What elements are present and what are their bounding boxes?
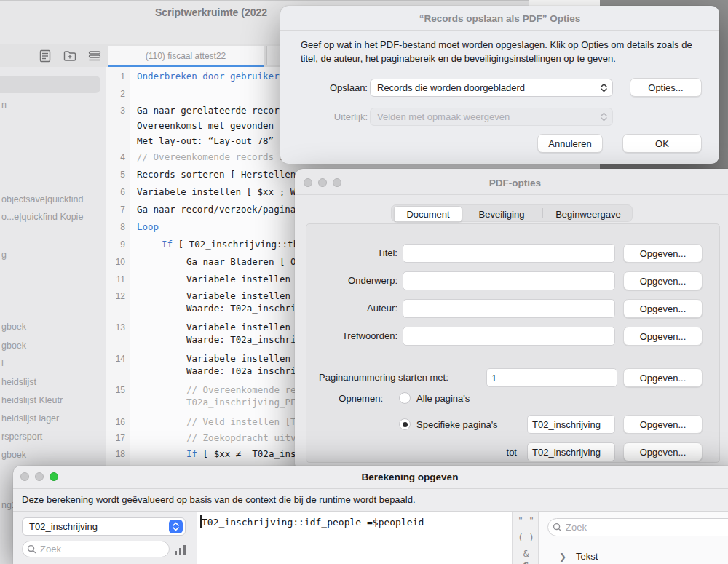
script-step[interactable]: // Veld instellen [T0: [186, 416, 301, 428]
script-step-text: Ga naar Bladeren [ On: [186, 256, 301, 267]
sidebar-item[interactable]: heidslijst Kleutr: [1, 395, 63, 405]
tab-beveiliging[interactable]: Beveiliging: [465, 206, 538, 222]
pdf-field-specify-button[interactable]: Opgeven...: [623, 299, 703, 318]
radio-specific-pages[interactable]: [399, 418, 411, 430]
tot-specify-button[interactable]: Opgeven...: [623, 442, 703, 461]
script-tab[interactable]: (110) fiscaal attest22: [108, 46, 264, 65]
sort-bars-icon[interactable]: [174, 545, 186, 556]
line-number: 16: [106, 416, 125, 428]
pdf-field-specify-button[interactable]: Opgeven...: [623, 271, 703, 290]
ok-button[interactable]: OK: [622, 134, 702, 153]
popup-stepper-icon: [600, 82, 608, 93]
script-step[interactable]: Onderbreken door gebruiker: [137, 71, 280, 82]
script-step[interactable]: Overeenkomst met gevonden: [137, 120, 274, 132]
include-label: Opnemen:: [309, 393, 383, 404]
pdf-field-label: Auteur:: [309, 303, 397, 314]
function-group-tekst[interactable]: Tekst: [576, 551, 598, 562]
field-search-input[interactable]: Zoek: [22, 541, 170, 557]
script-step[interactable]: Ga naar record/verzoek/pagina: [137, 204, 296, 215]
tab-beginweergave[interactable]: Beginweergave: [545, 206, 631, 222]
script-step[interactable]: Variabele instellen [: [186, 353, 301, 365]
operator-button[interactable]: &: [513, 548, 539, 559]
sidebar-item[interactable]: rspersport: [1, 432, 42, 442]
script-step-text: Met lay-out: “Lay-out 78”: [137, 135, 274, 146]
script-step[interactable]: T02a_inschrijving_PEC: [186, 397, 301, 408]
sidebar-item[interactable]: objectsave|quickfind: [1, 194, 83, 204]
specific-pages-specify-button[interactable]: Opgeven...: [623, 415, 703, 434]
specific-pages-field[interactable]: T02_inschrijving: [527, 415, 615, 434]
tot-label: tot: [462, 447, 517, 458]
chevron-right-icon[interactable]: ❯: [559, 552, 566, 562]
script-step[interactable]: Variabele instellen [ $xx ; Wa: [137, 186, 301, 198]
operator-button[interactable]: ( ): [513, 532, 539, 543]
script-step[interactable]: If [ T02_inschrijving::tb: [162, 239, 298, 250]
cancel-button[interactable]: Annuleren: [537, 134, 603, 153]
script-step[interactable]: // Overeenkomende records z: [137, 151, 285, 163]
script-step[interactable]: Waarde: T02a_inschrij: [186, 365, 301, 377]
script-step-text: // Zoekopdracht uitvo: [186, 432, 301, 443]
pdf-field-input[interactable]: [403, 327, 615, 346]
script-step[interactable]: Records sorteren [ Herstellen: [137, 169, 296, 180]
tot-field[interactable]: T02_inschrijving: [527, 442, 615, 461]
script-step-text: Onderbreken door gebruiker: [137, 71, 280, 82]
script-step[interactable]: // Overeenkomende rec: [186, 384, 301, 396]
operator-button[interactable]: " ": [513, 515, 539, 525]
page-numbering-label: Paginanummering starten met:: [319, 372, 475, 383]
script-step[interactable]: // Zoekopdracht uitvo: [186, 432, 301, 444]
radio-all-pages[interactable]: [399, 392, 411, 404]
sidebar-item[interactable]: n: [1, 100, 7, 110]
script-step[interactable]: Variabele instellen [: [186, 322, 301, 333]
script-step-text: Waarde: T02a_inschrij: [186, 334, 301, 345]
save-label: Opslaan:: [295, 82, 368, 93]
sidebar-item[interactable]: heidslijst: [1, 377, 36, 387]
script-step-text: Records sorteren [ Herstellen: [137, 169, 296, 180]
script-step-text: Overeenkomst met gevonden: [137, 120, 274, 131]
line-number: 17: [106, 432, 125, 444]
sidebar-item[interactable]: gboek: [1, 341, 26, 351]
new-script-icon[interactable]: [38, 49, 52, 63]
script-step[interactable]: Met lay-out: “Lay-out 78”: [137, 135, 274, 147]
script-step[interactable]: Ga naar Bladeren [ On: [186, 256, 301, 268]
sidebar-item[interactable]: gboek: [1, 450, 26, 460]
script-step[interactable]: Waarde: T02a_inschrij: [186, 334, 301, 346]
new-folder-icon[interactable]: [63, 49, 77, 63]
line-number: 11: [106, 274, 125, 285]
tab-document[interactable]: Document: [394, 206, 462, 222]
dialog-description: Geef op wat in het PDF-bestand moet word…: [301, 38, 705, 65]
script-tab-label: (110) fiscaal attest22: [146, 51, 226, 61]
sidebar-item[interactable]: o...e|quickfind Kopie: [1, 212, 83, 222]
script-step-text: Waarde: T02a_inschrij: [186, 303, 301, 314]
save-popup[interactable]: Records die worden doorgebladerd: [370, 79, 613, 97]
script-step[interactable]: Waarde: T02a_inschrij: [186, 303, 301, 314]
sidebar-selected-item[interactable]: [0, 76, 100, 93]
pdf-field-input[interactable]: [403, 244, 615, 263]
sidebar-item[interactable]: g: [1, 250, 7, 260]
script-step[interactable]: Variabele instellen [: [186, 274, 301, 285]
pdf-options-dialog: PDF-opties Document Beveiliging Beginwee…: [295, 169, 728, 472]
pdf-field-specify-button[interactable]: Opgeven...: [623, 244, 703, 263]
pdf-tabs: Document Beveiliging Beginweergave: [391, 204, 633, 222]
script-step-text: Loop: [137, 221, 159, 232]
list-view-icon[interactable]: [87, 49, 102, 63]
script-step-text: If: [186, 448, 197, 459]
script-step[interactable]: Loop: [137, 221, 159, 233]
options-button[interactable]: Opties...: [630, 78, 702, 97]
page-numbering-specify-button[interactable]: Opgeven...: [623, 368, 703, 387]
function-search-input[interactable]: Zoek: [547, 518, 728, 536]
page-numbering-field[interactable]: 1: [486, 368, 617, 387]
background-window-edge: [529, 0, 604, 6]
script-step[interactable]: Variabele instellen [: [186, 290, 301, 302]
line-number: 4: [106, 151, 125, 163]
pdf-field-specify-button[interactable]: Opgeven...: [623, 327, 703, 346]
sidebar-item[interactable]: heidslijst lager: [1, 413, 59, 424]
script-step[interactable]: If [ $xx ≠ T02a_insc: [186, 448, 301, 460]
operator-button[interactable]: ¶: [513, 560, 539, 564]
sidebar-item[interactable]: l: [1, 358, 4, 368]
pdf-field-input[interactable]: [403, 299, 615, 318]
sidebar-item[interactable]: gboek: [1, 322, 26, 332]
table-context-popup[interactable]: T02_inschrijving: [22, 517, 186, 536]
pdf-field-input[interactable]: [403, 271, 615, 290]
script-step[interactable]: Ga naar gerelateerde recor: [137, 105, 280, 116]
script-step-text: [ $xx ≠ T02a_insc: [197, 448, 301, 459]
pdf-field-label: Onderwerp:: [309, 275, 397, 286]
